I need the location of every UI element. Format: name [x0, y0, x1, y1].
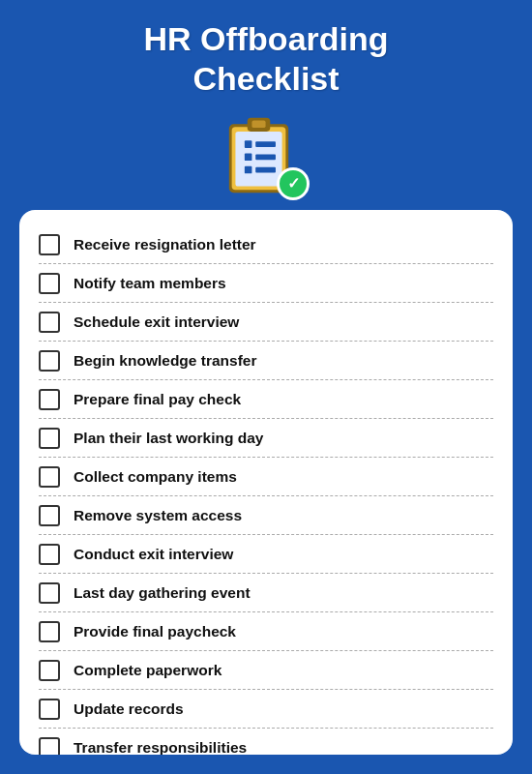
svg-rect-9	[245, 165, 252, 173]
checklist-label: Collect company items	[74, 468, 237, 486]
checklist-item[interactable]: Plan their last working day	[39, 419, 493, 458]
checkbox[interactable]	[39, 660, 60, 681]
checklist-item[interactable]: Last day gathering event	[39, 574, 493, 612]
checklist-label: Transfer responsibilities	[74, 739, 247, 755]
checklist-label: Notify team members	[74, 275, 226, 292]
checklist-label: Receive resignation letter	[74, 236, 256, 253]
checklist-item[interactable]: Collect company items	[39, 458, 493, 496]
checklist-item[interactable]: Provide final paycheck	[39, 612, 493, 651]
checkbox[interactable]	[39, 544, 60, 565]
checklist-item[interactable]: Conduct exit interview	[39, 535, 493, 574]
svg-rect-3	[251, 120, 265, 128]
checkbox[interactable]	[39, 505, 60, 526]
checklist-label: Provide final paycheck	[74, 623, 236, 640]
checklist-label: Update records	[74, 700, 184, 718]
checklist-item[interactable]: Update records	[39, 690, 493, 729]
checkbox[interactable]	[39, 350, 60, 372]
checklist-item[interactable]: Receive resignation letter	[39, 225, 493, 264]
checklist-label: Complete paperwork	[74, 662, 222, 679]
checklist-label: Begin knowledge transfer	[74, 352, 256, 370]
svg-rect-10	[255, 166, 276, 172]
checklist-label: Plan their last working day	[74, 430, 263, 447]
page-title: HR Offboarding Checklist	[19, 19, 513, 99]
checklist-label: Prepare final pay check	[74, 391, 241, 408]
svg-rect-5	[245, 140, 252, 148]
checklist-item[interactable]: Prepare final pay check	[39, 380, 493, 419]
checklist-label: Last day gathering event	[74, 584, 251, 602]
checkbox[interactable]	[39, 389, 60, 410]
title-line1: HR Offboarding	[143, 20, 388, 57]
checkbox[interactable]	[39, 466, 60, 488]
checklist-item[interactable]: Notify team members	[39, 264, 493, 303]
checklist-label: Conduct exit interview	[74, 546, 233, 563]
checkbox[interactable]	[39, 312, 60, 333]
checkbox[interactable]	[39, 582, 60, 604]
checkbox[interactable]	[39, 428, 60, 449]
header: HR Offboarding Checklist	[19, 19, 513, 99]
checklist-label: Schedule exit interview	[74, 313, 239, 331]
svg-rect-6	[255, 141, 276, 147]
checkbox[interactable]	[39, 273, 60, 294]
svg-rect-7	[245, 153, 252, 161]
checklist-item[interactable]: Complete paperwork	[39, 651, 493, 690]
checkbox[interactable]	[39, 234, 60, 255]
checklist-item[interactable]: Begin knowledge transfer	[39, 342, 493, 380]
checklist-item[interactable]: Remove system access	[39, 496, 493, 535]
checkbox[interactable]	[39, 737, 60, 755]
check-badge-icon: ✓	[277, 167, 310, 200]
checklist-label: Remove system access	[74, 507, 242, 524]
checklist-container: Receive resignation letterNotify team me…	[39, 225, 493, 755]
checklist-item[interactable]: Transfer responsibilities	[39, 729, 493, 755]
checkbox[interactable]	[39, 621, 60, 642]
checkbox[interactable]	[39, 699, 60, 720]
svg-rect-8	[255, 154, 276, 160]
checklist-item[interactable]: Schedule exit interview	[39, 303, 493, 342]
title-line2: Checklist	[192, 60, 339, 97]
clipboard-icon: ✓	[222, 113, 310, 200]
checklist-card: Receive resignation letterNotify team me…	[19, 210, 513, 755]
